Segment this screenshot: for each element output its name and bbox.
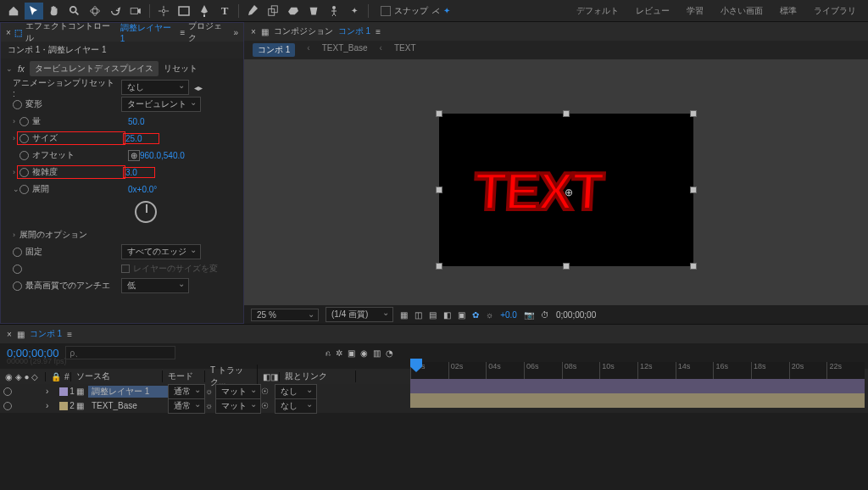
exposure-value[interactable]: +0.0 xyxy=(500,310,517,320)
clock-icon[interactable] xyxy=(13,100,22,109)
evolution-value[interactable]: 0x+0.0° xyxy=(128,185,157,194)
parent-dropdown[interactable]: なし xyxy=(275,398,317,414)
region-icon[interactable]: ◧ xyxy=(443,310,451,320)
ws-review[interactable]: レビュー xyxy=(627,2,678,20)
clock-icon[interactable] xyxy=(19,151,29,160)
search-input[interactable] xyxy=(65,346,175,359)
type-tool-icon[interactable]: T xyxy=(215,3,234,19)
evolution-dial[interactable] xyxy=(135,201,157,223)
rect-tool-icon[interactable] xyxy=(175,3,193,19)
selection-tool-icon[interactable] xyxy=(25,3,43,19)
next-icon[interactable]: ▸ xyxy=(198,83,203,92)
twirl-icon[interactable]: › xyxy=(13,231,19,239)
home-icon[interactable] xyxy=(4,3,23,19)
time-ruler[interactable]: 00s 02s 04s 06s 08s 10s 12s 14s 16s 18s … xyxy=(410,362,865,379)
snap-opt1-icon[interactable]: ⋌ xyxy=(431,6,440,15)
clone-tool-icon[interactable] xyxy=(264,3,282,19)
ws-default[interactable]: デフォルト xyxy=(568,2,627,20)
ws-library[interactable]: ライブラリ xyxy=(805,2,865,20)
snap-toggle[interactable]: スナップ ⋌ ✦ xyxy=(381,5,450,17)
offset-value[interactable]: 960.0,540.0 xyxy=(140,151,185,160)
puppet-tool-icon[interactable] xyxy=(325,3,343,19)
menu-icon[interactable]: ≡ xyxy=(67,330,72,339)
zoom-dropdown[interactable]: 25 % xyxy=(251,309,319,321)
brush-tool-icon[interactable] xyxy=(243,3,262,19)
comp-name[interactable]: コンポ 1 xyxy=(338,25,370,37)
camera-tool-icon[interactable] xyxy=(126,3,145,19)
parent-dropdown[interactable]: なし xyxy=(275,384,317,399)
clock-icon[interactable] xyxy=(13,248,22,257)
crosshair-icon[interactable]: ⊕ xyxy=(128,150,140,161)
track-bar-2[interactable] xyxy=(410,393,865,408)
menu-icon[interactable]: ≡ xyxy=(376,27,381,36)
snapshot-icon[interactable]: 📷 xyxy=(524,310,534,320)
col-mode[interactable]: モード xyxy=(163,370,205,382)
anchor-tool-icon[interactable] xyxy=(154,3,173,19)
handle-br[interactable] xyxy=(690,263,697,270)
fx-name[interactable]: タービュレントディスプレイス xyxy=(30,61,159,76)
reset-link[interactable]: リセット xyxy=(164,63,198,75)
matte-dropdown[interactable]: マット xyxy=(215,398,261,414)
project-tab[interactable]: プロジェク xyxy=(188,20,230,44)
visibility-icon[interactable] xyxy=(3,402,12,410)
handle-tc[interactable] xyxy=(563,110,570,117)
timeline-tab[interactable]: コンポ 1 xyxy=(30,328,62,340)
col-num[interactable]: # xyxy=(59,372,71,381)
anchor-icon[interactable]: ⊕ xyxy=(565,187,573,198)
ws-learn[interactable]: 学習 xyxy=(678,2,712,20)
clock-icon[interactable] xyxy=(19,185,29,194)
zoom-tool-icon[interactable] xyxy=(65,3,84,19)
guides-icon[interactable]: ▣ xyxy=(458,310,465,320)
viewport[interactable]: TEXT ⊕ xyxy=(244,59,868,305)
handle-tl[interactable] xyxy=(436,110,442,117)
ws-small[interactable]: 小さい画面 xyxy=(712,2,771,20)
comp-tab-0[interactable]: コンポ 1 xyxy=(253,43,295,57)
rotate-tool-icon[interactable] xyxy=(106,3,125,19)
extra-tool-icon[interactable]: ✦ xyxy=(345,3,364,19)
mode-dropdown[interactable]: 通常 xyxy=(168,384,205,399)
handle-bl[interactable] xyxy=(436,263,442,270)
handle-bc[interactable] xyxy=(563,263,570,270)
canvas[interactable]: TEXT ⊕ xyxy=(439,114,693,266)
orbit-tool-icon[interactable] xyxy=(86,3,104,19)
tl-opt-icon[interactable]: ⎌ xyxy=(326,348,331,358)
resize-checkbox[interactable] xyxy=(121,264,130,273)
mask-icon[interactable]: ◫ xyxy=(415,310,422,320)
tl-opt-icon[interactable]: ✲ xyxy=(336,348,342,358)
twirl-icon[interactable]: ⌄ xyxy=(13,185,19,193)
adjust-icon[interactable]: ☼ xyxy=(486,310,493,320)
complexity-value[interactable]: 3.0 xyxy=(123,167,155,178)
size-value[interactable]: 25.0 xyxy=(123,133,159,144)
tl-opt-icon[interactable]: ▥ xyxy=(373,348,381,358)
color-swatch[interactable] xyxy=(59,387,68,396)
channel-icon[interactable]: ▤ xyxy=(429,310,437,320)
handle-ml[interactable] xyxy=(436,187,442,193)
snap-checkbox[interactable] xyxy=(381,6,391,16)
ws-standard[interactable]: 標準 xyxy=(771,2,805,20)
pin-dropdown[interactable]: すべてのエッジ xyxy=(121,244,201,259)
color-swatch[interactable] xyxy=(59,402,68,410)
layer-name[interactable]: 調整レイヤー 1 xyxy=(88,386,168,398)
clock-icon[interactable] xyxy=(19,117,29,126)
aa-dropdown[interactable]: 低 xyxy=(121,278,189,293)
track-bar-1[interactable] xyxy=(410,379,865,393)
clock-icon[interactable] xyxy=(19,134,29,143)
close-icon[interactable]: × xyxy=(7,330,12,339)
col-parent[interactable]: 親とリンク xyxy=(280,370,356,382)
clock-icon[interactable] xyxy=(19,168,29,177)
snap-opt2-icon[interactable]: ✦ xyxy=(443,6,450,15)
handle-tr[interactable] xyxy=(690,110,697,117)
clock-icon[interactable] xyxy=(13,264,22,274)
eraser-tool-icon[interactable] xyxy=(284,3,303,19)
close-icon[interactable]: × xyxy=(6,28,11,37)
fx-toggle-icon[interactable]: fx xyxy=(18,64,25,74)
hand-tool-icon[interactable] xyxy=(45,3,64,19)
handle-mr[interactable] xyxy=(690,187,697,193)
tl-opt-icon[interactable]: ◔ xyxy=(386,348,393,358)
col-source[interactable]: ソース名 xyxy=(71,370,163,382)
grid-icon[interactable]: ▦ xyxy=(400,310,408,320)
layer-name[interactable]: TEXT_Base xyxy=(88,401,168,410)
visibility-icon[interactable] xyxy=(3,387,12,396)
res-dropdown[interactable]: (1/4 画質) xyxy=(326,307,393,322)
tl-opt-icon[interactable]: ▣ xyxy=(348,348,355,358)
